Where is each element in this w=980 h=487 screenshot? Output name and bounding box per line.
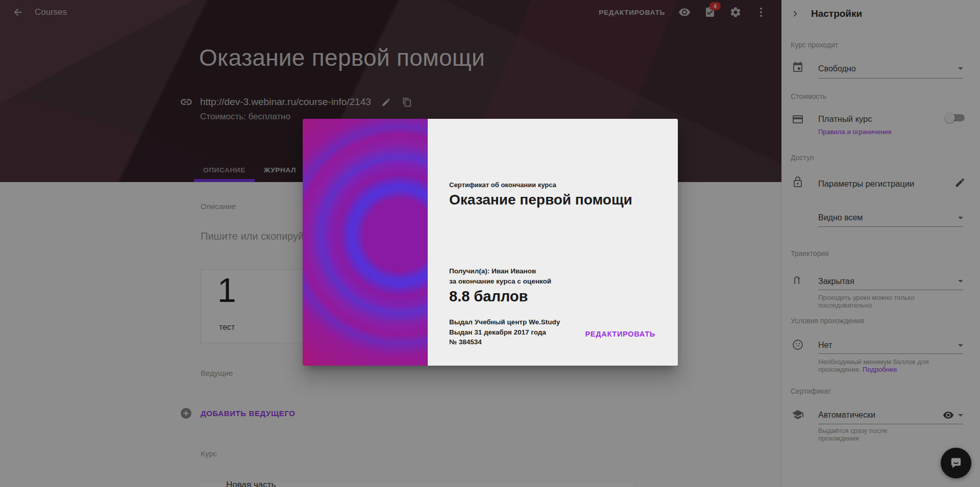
certificate-number: № 384534 — [449, 337, 560, 347]
certificate-grade: 8.8 баллов — [449, 288, 528, 305]
certificate-edit-button[interactable]: РЕДАКТИРОВАТЬ — [585, 330, 655, 338]
certificate-issue-date: Выдан 31 декабря 2017 года — [449, 327, 560, 338]
certificate-issuer: Выдал Учебный центр We.Study — [449, 317, 560, 327]
certificate-body: Сертификат об окончании курса Оказание п… — [428, 119, 678, 366]
certificate-recipient-name: Получил(а): Иван Иванов — [449, 266, 551, 276]
certificate-grade-intro: за окончание курса с оценкой — [449, 276, 551, 287]
certificate-course-title: Оказание первой помощи — [449, 192, 632, 208]
certificate-subtitle: Сертификат об окончании курса — [449, 181, 556, 189]
certificate-issuer-block: Выдал Учебный центр We.Study Выдан 31 де… — [449, 317, 560, 347]
certificate-recipient: Получил(а): Иван Иванов за окончание кур… — [449, 266, 551, 286]
certificate-artwork — [303, 119, 428, 366]
certificate-preview-modal: Сертификат об окончании курса Оказание п… — [303, 119, 678, 366]
